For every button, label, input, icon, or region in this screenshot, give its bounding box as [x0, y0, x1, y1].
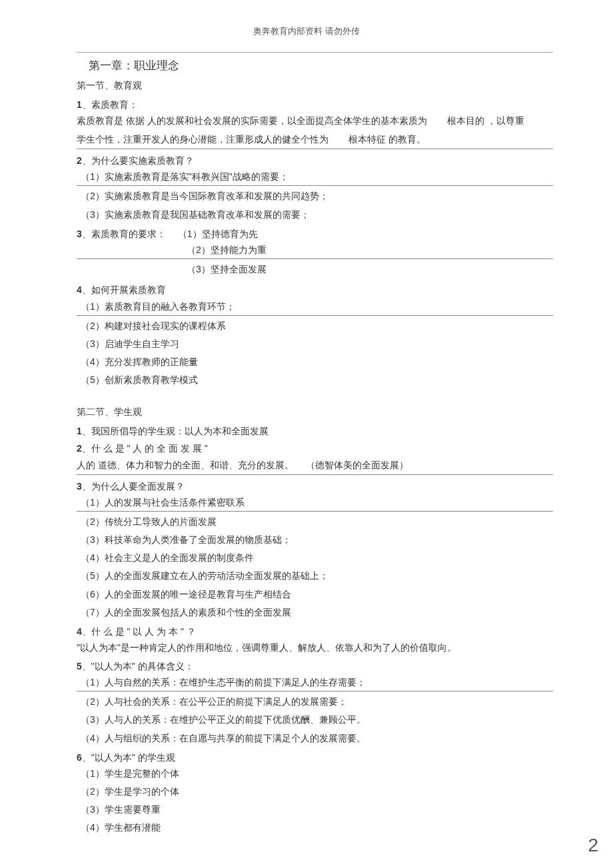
s2-q3-item7: （7）人的全面发展包括人的素质和个性的全面发展 [77, 605, 553, 620]
s2-q6-num: 6 [77, 752, 82, 763]
s2-q5-heading-text: 、"以人为本" 的具体含义： [82, 661, 194, 671]
q1-text-a: 素质教育是 依据 人的发展和社会发展的实际需要，以全面提高全体学生的基本素质为 [77, 115, 427, 126]
q2-heading-text: 、为什么要实施素质教育？ [82, 155, 194, 166]
s2-q6-item4: （4）学生都有潜能 [77, 820, 553, 835]
q3-heading-text: 、素质教育的要求： [82, 228, 166, 239]
s2-q1-text: 、我国所倡导的学生观：以人为本和全面发展 [82, 426, 269, 436]
s2-q6-heading-text: 、"以人为本" 的学生观 [82, 752, 175, 763]
s2-q5-num: 5 [77, 661, 82, 671]
s1-q4-item4: （4）充分发挥教师的正能量 [77, 354, 553, 370]
q1-heading-text: 、素质教育： [82, 99, 138, 110]
s2-q4-heading-text: 、什 么 是 " 以 人 为 本 " ？ [82, 626, 196, 637]
s2-q5-item4: （4）人与组织的关系：在自愿与共享的前提下满足个人的发展需要。 [77, 731, 553, 746]
s2-q1: 1、我国所倡导的学生观：以人为本和全面发展 [77, 424, 553, 438]
s2-q3-num: 3 [77, 481, 82, 492]
s1-q1-line1: 素质教育是 依据 人的发展和社会发展的实际需要，以全面提高全体学生的基本素质为根… [77, 113, 553, 129]
s1-q3-item3: （3）坚持全面发展 [77, 262, 553, 277]
s1-q4-heading: 4、如何开展素质教育 [77, 282, 553, 297]
q3-item1: （1）坚持德育为先 [178, 228, 258, 239]
s2-q2-line: 人的 道德、体力和智力的全面、和谐、充分的发展。（德智体美的全面发展） [77, 458, 553, 475]
s2-q3-item6: （6）人的全面发展的唯一途径是教育与生产相结合 [77, 587, 553, 602]
s2-q5-heading: 5、"以人为本" 的具体含义： [77, 659, 553, 673]
q1-text-c: 学生个性，注重开发人的身心潜能，注重形成人的健全个性为 [77, 134, 328, 145]
chapter-title: 第一章：职业理念 [77, 58, 553, 73]
s2-q2-text-b: （德智体美的全面发展） [306, 460, 408, 470]
s2-q3-item5: （5）人的全面发展建立在人的劳动活动全面发展的基础上； [77, 568, 553, 584]
s2-q4-heading: 4、什 么 是 " 以 人 为 本 " ？ [77, 624, 553, 639]
top-divider [77, 52, 553, 53]
s2-q5-item2: （2）人与社会的关系：在公平公正的前提下满足人的发展需要； [77, 694, 553, 709]
s2-q1-num: 1 [77, 426, 82, 436]
s2-q2-num: 2 [77, 443, 82, 454]
s2-q6-heading: 6、"以人为本" 的学生观 [77, 750, 553, 765]
q4-num: 4 [77, 284, 82, 295]
s2-q3-item2: （2）传统分工导致人的片面发展 [77, 514, 553, 530]
s2-q2-text-a: 人的 道德、体力和智力的全面、和谐、充分的发展。 [77, 460, 294, 470]
q1-text-b: 根本目的 ，以尊重 [447, 115, 524, 126]
s2-q6-item1: （1）学生是完整的个体 [77, 766, 553, 781]
s1-q1-line2: 学生个性，注重开发人的身心潜能，注重形成人的健全个性为根本特征 的教育。 [77, 132, 553, 149]
document-content: 第一章：职业理念 第一节、教育观 1、素质教育： 素质教育是 依据 人的发展和社… [0, 52, 613, 835]
s1-q4-item5: （5）创新素质教育教学模式 [77, 372, 553, 388]
s1-q2-item2: （2）实施素质教育是当今国际教育改革和发展的共同趋势； [77, 189, 553, 204]
s2-q3-item3: （3）科技革命为人类准备了全面发展的物质基础； [77, 532, 553, 548]
page-number: 2 [588, 835, 598, 856]
document-header: 奥奔教育内部资料 请勿外传 [0, 0, 613, 37]
s2-q3-item1: （1）人的发展与社会生活条件紧密联系 [77, 495, 553, 512]
s2-q2-heading: 2、什 么 是 " 人 的 全 面 发 展 " [77, 441, 553, 456]
q2-num: 2 [77, 155, 82, 166]
s2-q4-num: 4 [77, 626, 82, 637]
s1-q3-item2: （2）坚持能力为重 [77, 242, 553, 259]
s1-q2-heading: 2、为什么要实施素质教育？ [77, 153, 553, 168]
s2-q2-heading-text: 、什 么 是 " 人 的 全 面 发 展 " [82, 443, 208, 454]
s1-q4-item3: （3）启迪学生自主学习 [77, 336, 553, 352]
s1-q2-item3: （3）实施素质教育是我国基础教育改革和发展的需要； [77, 207, 553, 222]
s2-q4-text: "以人为本"是一种肯定人的作用和地位，强调尊重人、解放人、依靠人和为了人的价值取… [77, 640, 553, 656]
s1-q1-heading: 1、素质教育： [77, 97, 553, 112]
s1-q4-item2: （2）构建对接社会现实的课程体系 [77, 318, 553, 334]
q3-num: 3 [77, 228, 82, 239]
section-1-title: 第一节、教育观 [77, 80, 553, 92]
q1-num: 1 [77, 99, 82, 110]
q1-text-d: 根本特征 的教育。 [348, 134, 426, 145]
s1-q2-item1: （1）实施素质教育是落实"科教兴国"战略的需要； [77, 169, 553, 186]
s2-q5-item3: （3）人与人的关系：在维护公平正义的前提下优质优酬、兼顾公平。 [77, 712, 553, 727]
s2-q3-item4: （4）社会主义是人的全面发展的制度条件 [77, 550, 553, 566]
section-2-title: 第二节、学生观 [77, 406, 553, 418]
s2-q6-item3: （3）学生需要尊重 [77, 802, 553, 817]
s1-q3-heading: 3、素质教育的要求：（1）坚持德育为先 [77, 226, 553, 241]
s2-q3-heading-text: 、为什么人要全面发展？ [82, 481, 185, 492]
q4-heading-text: 、如何开展素质教育 [82, 284, 166, 295]
s2-q5-item1: （1）人与自然的关系：在维护生态平衡的前提下满足人的生存需要； [77, 675, 553, 691]
s2-q3-heading: 3、为什么人要全面发展？ [77, 479, 553, 494]
s1-q4-item1: （1）素质教育目的融入各教育环节； [77, 299, 553, 316]
s2-q6-item2: （2）学生是学习的个体 [77, 784, 553, 799]
